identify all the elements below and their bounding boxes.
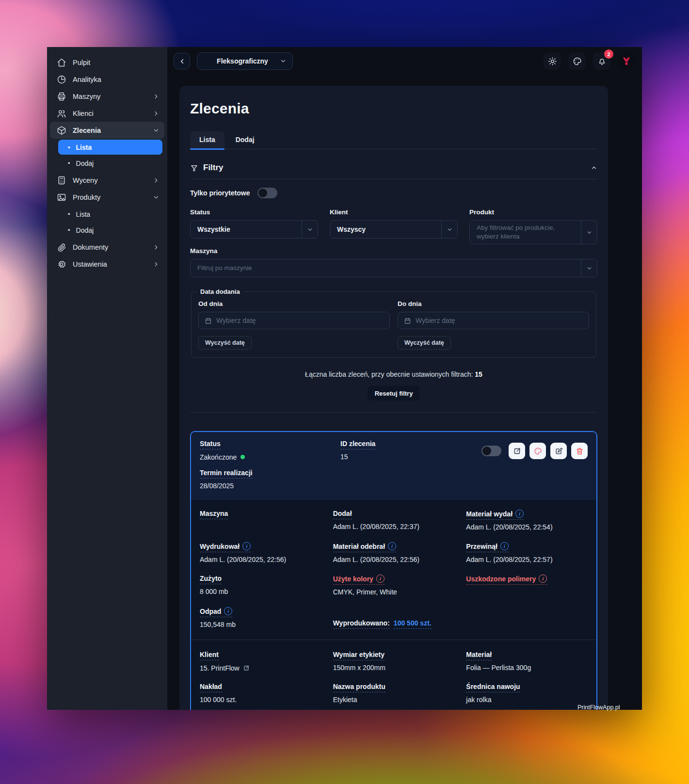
sidebar-item-analityka[interactable]: Analityka [47,71,167,88]
date-to-input[interactable]: Wybierz datę [398,312,589,329]
field-wymiar-etykiety: Wymiar etykiety 150mm x 200mm [333,651,455,672]
date-to-clear-button[interactable]: Wyczyść datę [398,336,451,350]
external-link-icon[interactable] [243,665,250,672]
produced-count-link[interactable]: 100 500 szt. [394,619,432,629]
sidebar-subitem-label: Dodaj [76,160,94,167]
priority-toggle[interactable] [257,188,277,198]
chevron-left-icon [178,58,186,65]
field-zuzyto: Zużyto 8 000 mb [200,575,321,596]
chevron-right-icon [153,261,160,268]
trash-icon [576,447,584,455]
status-filter-select[interactable]: Wszystkie [190,220,318,239]
order-card-actions [481,440,588,459]
filters-header[interactable]: Filtry [190,163,597,179]
reset-filters-button[interactable]: Resetuj filtry [368,386,420,400]
bell-icon [597,57,607,66]
app-window: Pulpit Analityka Maszyny Klienci Zleceni… [47,47,642,710]
info-icon[interactable] [539,575,547,583]
field-label: Zużyto [200,575,222,584]
open-order-button[interactable] [509,443,525,459]
sidebar-subitem-produkty-dodaj[interactable]: Dodaj [58,223,162,238]
notifications-button[interactable]: 2 [593,52,610,70]
date-added-legend: Data dodania [197,288,243,295]
info-icon[interactable] [515,510,524,518]
order-colors-button[interactable] [529,443,546,459]
sidebar-item-ustawienia[interactable]: Ustawienia [47,256,167,272]
date-to-column: Do dnia Wybierz datę Wyczyść datę [398,297,589,350]
priority-toggle-label: Tylko priorytetowe [190,189,250,197]
date-from-placeholder: Wybierz datę [216,316,256,325]
sidebar-subitem-zlecenia-lista[interactable]: Lista [58,140,162,155]
tab-lista[interactable]: Lista [190,131,224,149]
delete-order-button[interactable] [571,443,588,459]
machine-selector-value: Fleksograficzny [205,57,280,65]
sidebar-item-label: Dokumenty [73,243,108,251]
cube-icon [57,126,66,135]
edit-order-button[interactable] [550,443,567,459]
paperclip-icon [57,242,66,252]
card-section-divider [191,640,596,640]
field-material-odebral: Materiał odebrał Adam L. (20/08/2025, 22… [333,542,455,564]
tab-dodaj[interactable]: Dodaj [226,131,264,149]
back-button[interactable] [174,53,190,69]
sidebar-item-pulpit[interactable]: Pulpit [47,54,167,71]
sidebar-item-produkty[interactable]: Produkty [47,189,167,206]
info-icon[interactable] [388,542,396,550]
date-from-clear-button[interactable]: Wyczyść datę [198,336,252,350]
klient-filter-value: Wszyscy [337,225,366,233]
user-avatar[interactable] [618,52,635,70]
main-area: Zlecenia Lista Dodaj Filtry Tylko priory… [167,75,642,710]
sidebar-item-zlecenia[interactable]: Zlecenia [50,122,164,139]
sidebar-item-label: Klienci [73,110,94,117]
sidebar-subitem-produkty-lista[interactable]: Lista [58,207,162,222]
calculator-icon [57,176,66,185]
sidebar-item-label: Wyceny [73,176,97,184]
info-icon[interactable] [376,575,385,583]
date-from-input[interactable]: Wybierz datę [198,312,390,329]
sidebar-item-label: Maszyny [73,93,100,100]
field-odpad: Odpad 150,548 mb [200,607,321,629]
field-wyprodukowano: Wyprodukowano: 100 500 szt. [333,619,455,629]
order-card-body: Maszyna Dodał Adam L. (20/08/2025, 22:37… [191,500,596,710]
zlecenia-panel: Zlecenia Lista Dodaj Filtry Tylko priory… [179,86,608,710]
field-label: Uszkodzone polimery [466,575,547,585]
field-value: CMYK, Primer, White [333,588,397,596]
theme-palette-button[interactable] [568,52,586,70]
termin-value: 28/08/2025 [200,482,234,490]
calendar-icon [404,317,411,324]
chevron-up-icon[interactable] [591,164,597,171]
field-material: Materiał Folia — Perlista 300g [466,651,588,672]
klient-filter-select[interactable]: Wszyscy [330,220,458,239]
machine-selector-dropdown[interactable]: Fleksograficzny [197,52,293,70]
sidebar-item-label: Zlecenia [73,127,101,134]
notification-badge: 2 [604,49,613,59]
chevron-right-icon [153,244,160,251]
theme-brightness-button[interactable] [544,52,561,70]
chevron-right-icon [153,177,160,184]
order-toggle[interactable] [481,446,501,456]
filter-status: Status Wszystkie [190,206,318,239]
sidebar-subitem-zlecenia-dodaj[interactable]: Dodaj [58,156,162,171]
field-value: 150,548 mb [200,621,236,629]
sidebar-item-wyceny[interactable]: Wyceny [47,172,167,189]
external-link-icon [513,447,521,455]
field-value: Adam L. (20/08/2025, 22:56) [200,556,286,564]
calendar-icon [205,317,212,324]
info-icon[interactable] [242,542,251,550]
field-label: Przewinął [466,542,509,552]
field-label: Wydrukował [200,542,251,552]
sidebar-item-klienci[interactable]: Klienci [47,105,167,122]
filters-summary: Łączna liczba zleceń, przy obecnie ustaw… [190,370,597,378]
maszyna-filter-select[interactable]: Filtruj po maszynie [190,259,597,277]
info-icon[interactable] [224,607,232,615]
filter-maszyna: Maszyna Filtruj po maszynie [190,247,597,277]
produkt-filter-select[interactable]: Aby filtrować po produkcie, wybierz klie… [469,220,597,244]
filters-summary-count: 15 [475,370,482,378]
sidebar-item-maszyny[interactable]: Maszyny [47,88,167,105]
field-label: Wymiar etykiety [333,651,385,660]
status-filter-value: Wszystkie [197,225,230,233]
field-termin: Termin realizacji 28/08/2025 [200,469,329,490]
sidebar-item-dokumenty[interactable]: Dokumenty [47,239,167,256]
info-icon[interactable] [500,542,509,550]
field-dodal: Dodał Adam L. (20/08/2025, 22:37) [333,510,455,531]
